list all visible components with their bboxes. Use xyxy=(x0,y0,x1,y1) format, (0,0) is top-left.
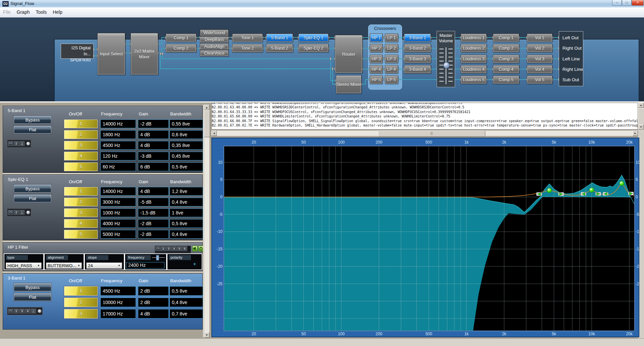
flow-block-comp-5[interactable]: Comp 5 xyxy=(493,76,519,84)
log-scrollbar-down-icon[interactable]: ▼ xyxy=(638,125,644,130)
flow-block-loudness-4[interactable]: Loudness 4 xyxy=(461,65,487,73)
curve-icon[interactable]: ◠ xyxy=(8,309,13,313)
curve-icon[interactable]: ◠ xyxy=(8,210,13,215)
hp-band-cell-2[interactable]: 2 xyxy=(161,246,166,251)
frequency-value[interactable]: 4500 Hz xyxy=(100,141,136,150)
left-scrollbar-track[interactable] xyxy=(204,105,209,338)
flow-block-5-band-2[interactable]: 5-Band 2 xyxy=(266,44,293,52)
gain-value[interactable]: 6 dB xyxy=(138,162,169,171)
curve-icon[interactable]: ◠ xyxy=(8,141,13,146)
audition-speaker-button[interactable] xyxy=(192,246,198,251)
flow-block-hp-1[interactable]: HP 1 xyxy=(370,34,383,42)
peak-icon[interactable]: △ xyxy=(31,309,36,313)
flow-block-3-band-3[interactable]: 3-Band 3 xyxy=(404,55,431,63)
flow-block-loudness-1[interactable]: Loudness 1 xyxy=(461,34,487,42)
bandwidth-value[interactable]: 0,4 8ve xyxy=(169,198,203,206)
gain-value[interactable]: -1,5 dB xyxy=(138,208,169,217)
slope-dropdown[interactable]: 24▼ xyxy=(86,262,122,269)
flow-block-hp-2[interactable]: HP 2 xyxy=(370,44,383,52)
bandwidth-value[interactable]: 0,5 8ve xyxy=(169,286,203,296)
flow-block-router[interactable]: Router xyxy=(335,35,362,73)
flow-block-loudness-5[interactable]: Loudness 5 xyxy=(461,76,487,84)
bandwidth-value[interactable]: 0,55 8ve xyxy=(169,119,203,128)
flow-block-tone-2[interactable]: Tone 2 xyxy=(232,44,263,52)
bypass-button[interactable]: Bypass xyxy=(14,185,51,193)
band-cell-3[interactable]: 3 xyxy=(19,309,24,313)
band-cell-2[interactable]: 2 xyxy=(14,141,19,146)
flow-block-vol-2[interactable]: Vol 2 xyxy=(527,44,552,52)
gain-value[interactable]: -3 dB xyxy=(138,152,169,160)
flow-block-vol-1[interactable]: Vol 1 xyxy=(527,34,552,42)
peak-icon[interactable]: △ xyxy=(19,141,24,146)
frequency-value[interactable]: 1800 Hz xyxy=(100,130,136,139)
flow-block-stereo-mixer[interactable]: Stereo Mixer xyxy=(336,75,361,94)
gain-value[interactable]: 4 dB xyxy=(138,187,169,196)
flow-block-loudness-3[interactable]: Loudness 3 xyxy=(461,55,487,63)
flow-block-comp-3[interactable]: Comp 3 xyxy=(493,55,519,63)
band-cell-2[interactable]: 2 xyxy=(14,210,19,215)
bandwidth-value[interactable]: 0,7 8ve xyxy=(169,309,203,318)
frequency-value[interactable]: 17000 Hz xyxy=(100,309,136,318)
flow-block-hp-5[interactable]: HP 5 xyxy=(370,76,383,84)
frequency-value[interactable]: 4000 Hz xyxy=(100,219,136,228)
flow-block-input-select[interactable]: Input Select xyxy=(97,33,125,75)
flat-button[interactable]: Flat xyxy=(14,195,51,202)
flow-block-spkr-eq-2[interactable]: Spkr-EQ 2 xyxy=(298,44,329,52)
gain-value[interactable]: -5 dB xyxy=(138,198,169,206)
bypass-button[interactable]: Bypass xyxy=(14,283,51,291)
hp-band-cell-6[interactable]: 6 xyxy=(182,246,187,251)
flow-block-comp-1[interactable]: Comp 1 xyxy=(166,34,196,42)
alignment-dropdown[interactable]: BUTTERWO...▼ xyxy=(46,262,82,269)
gain-value[interactable]: 4 dB xyxy=(138,141,169,150)
left-scrollbar-thumb[interactable] xyxy=(204,110,210,137)
type-dropdown[interactable]: HIGH_PASS▼ xyxy=(6,262,42,269)
bandwidth-value[interactable]: 0,6 8ve xyxy=(169,130,203,139)
gain-value[interactable]: -2 dB xyxy=(138,230,169,239)
frequency-value[interactable]: 60 Hz xyxy=(100,162,136,171)
flow-block-master-volume[interactable]: Master Volume xyxy=(437,31,455,87)
flow-block-deepbass[interactable]: DeepBass xyxy=(200,36,229,43)
flow-block-3-band-4[interactable]: 3-Band 4 xyxy=(404,65,431,73)
band-center-handle[interactable] xyxy=(589,188,594,192)
flow-source-input[interactable]: I2S Digital In...SPDIFRX0 xyxy=(61,44,94,59)
band-center-handle[interactable] xyxy=(620,181,624,186)
flow-block-lp-5[interactable]: LP 5 xyxy=(385,76,398,84)
flow-block-3-band-1[interactable]: 3-Band 1 xyxy=(404,34,431,42)
band-mode-toolbar[interactable]: ◠2△ xyxy=(7,208,31,216)
bandwidth-value[interactable]: 1,2 8ve xyxy=(169,187,203,196)
bandwidth-value[interactable]: 0,35 8ve xyxy=(169,141,203,150)
band-on-off-button[interactable]: 2 xyxy=(64,298,98,307)
gain-value[interactable]: -2 dB xyxy=(138,219,169,228)
flow-block-3-band-2[interactable]: 3-Band 2 xyxy=(404,44,431,52)
frequency-value[interactable]: 120 Hz xyxy=(100,152,136,160)
frequency-slider-thumb[interactable] xyxy=(156,255,159,260)
flow-block-widesound[interactable]: WideSound xyxy=(200,30,229,36)
flow-block-lp-1[interactable]: LP 1 xyxy=(385,34,398,42)
master-volume-slider-thumb[interactable] xyxy=(443,62,450,68)
polarity-value[interactable]: + xyxy=(193,261,196,267)
log-hscrollbar-right-icon[interactable]: ► xyxy=(633,131,638,136)
log-scrollbar-up-icon[interactable]: ▲ xyxy=(638,103,644,108)
flow-block-tone-1[interactable]: Tone 1 xyxy=(232,34,263,42)
flat-button[interactable]: Flat xyxy=(14,126,51,134)
gain-value[interactable]: 2 dB xyxy=(138,286,169,296)
log-hscrollbar-thumb[interactable]: ||| xyxy=(378,131,485,137)
band-on-off-button[interactable]: 3 xyxy=(64,141,98,150)
frequency-value[interactable]: 3000 Hz xyxy=(100,198,136,206)
frequency-value[interactable]: 14000 Hz xyxy=(100,187,136,196)
flat-button[interactable]: Flat xyxy=(14,293,51,301)
log-scrollbar-thumb[interactable] xyxy=(638,108,644,125)
flow-block-clearvoice[interactable]: ClearVoice xyxy=(200,50,229,56)
band-cell-2[interactable]: 2 xyxy=(14,309,19,313)
flow-block-comp-2[interactable]: Comp 2 xyxy=(493,44,519,52)
left-scrollbar-up-icon[interactable]: ▲ xyxy=(204,105,209,110)
frequency-value[interactable]: 4500 Hz xyxy=(100,286,136,296)
log-hscrollbar-left-icon[interactable]: ◄ xyxy=(211,131,217,136)
flow-block-loudness-2[interactable]: Loudness 2 xyxy=(461,44,487,52)
band-on-off-button[interactable]: 2 xyxy=(64,130,98,139)
gain-value[interactable]: 4 dB xyxy=(138,309,169,318)
flow-block-lp-4[interactable]: LP 4 xyxy=(385,65,398,73)
bandwidth-value[interactable]: 0,5 8ve xyxy=(169,219,203,228)
band-mode-toolbar[interactable]: ◠2△ xyxy=(7,140,31,148)
band-center-handle[interactable] xyxy=(547,188,552,193)
